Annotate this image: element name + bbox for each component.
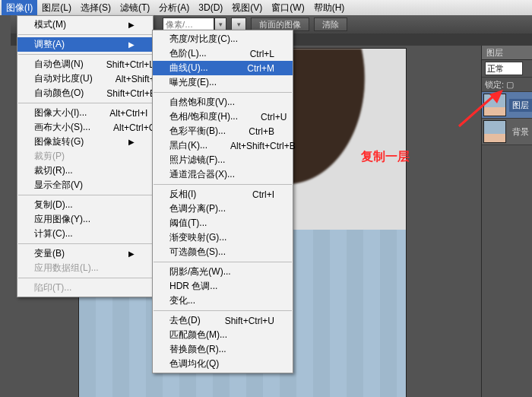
menu-item[interactable]: 色阶(L)...Ctrl+L	[153, 46, 293, 61]
menu-item[interactable]: 自动颜色(O)Shift+Ctrl+B	[17, 86, 153, 100]
menu-item: 应用数据组(L)...	[17, 261, 153, 275]
layer-row[interactable]: 图层	[482, 92, 532, 119]
menu-item[interactable]: 自然饱和度(V)...	[153, 95, 293, 110]
menu-item[interactable]: 图像大小(I)...Alt+Ctrl+I	[17, 106, 153, 120]
menu-item[interactable]: 匹配颜色(M)...	[153, 328, 293, 342]
menu-item[interactable]: 通道混合器(X)...	[153, 167, 293, 182]
menu-item[interactable]: 显示全部(V)	[17, 178, 153, 192]
menu-item[interactable]: 色彩平衡(B)...Ctrl+B	[153, 124, 293, 138]
menu-item[interactable]: 照片滤镜(F)...	[153, 153, 293, 167]
menu-select[interactable]: 选择(S)	[76, 0, 116, 16]
menu-item[interactable]: 调整(A)▶	[17, 37, 153, 52]
menu-item[interactable]: 渐变映射(G)...	[153, 230, 293, 245]
menu-item[interactable]: 去色(D)Shift+Ctrl+U	[153, 313, 293, 328]
adjustments-submenu: 亮度/对比度(C)...色阶(L)...Ctrl+L曲线(U)...Ctrl+M…	[152, 30, 293, 373]
menu-item[interactable]: 反相(I)Ctrl+I	[153, 187, 293, 202]
layer-name: 图层	[509, 99, 532, 112]
menu-item[interactable]: HDR 色调...	[153, 279, 293, 294]
layer-name: 背景	[509, 125, 532, 138]
lock-row: 锁定: ▢	[482, 78, 532, 92]
menu-item[interactable]: 色相/饱和度(H)...Ctrl+U	[153, 110, 293, 124]
menu-item[interactable]: 变量(B)▶	[17, 246, 153, 261]
menu-item[interactable]: 色调分离(P)...	[153, 202, 293, 216]
menu-item[interactable]: 变化...	[153, 294, 293, 308]
menu-analysis[interactable]: 分析(A)	[154, 0, 194, 16]
menu-layer[interactable]: 图层(L)	[37, 0, 76, 16]
menu-filter[interactable]: 滤镜(T)	[116, 0, 154, 16]
menu-item[interactable]: 模式(M)▶	[17, 17, 153, 32]
menu-item[interactable]: 画布大小(S)...Alt+Ctrl+C	[17, 120, 153, 135]
menu-help[interactable]: 帮助(H)	[309, 0, 350, 16]
menu-item[interactable]: 阈值(T)...	[153, 216, 293, 230]
blend-mode-row: 正常	[482, 60, 532, 78]
menu-item[interactable]: 曲线(U)...Ctrl+M	[153, 61, 293, 75]
annotation-text: 复制一层	[361, 149, 410, 165]
menu-item[interactable]: 曝光度(E)...	[153, 75, 293, 90]
menu-item[interactable]: 自动色调(N)Shift+Ctrl+L	[17, 57, 153, 71]
menu-3d[interactable]: 3D(D)	[194, 1, 227, 14]
menu-item[interactable]: 图像旋转(G)▶	[17, 135, 153, 149]
menu-item[interactable]: 应用图像(Y)...	[17, 212, 153, 227]
menu-item[interactable]: 裁切(R)...	[17, 164, 153, 178]
menu-item[interactable]: 黑白(K)...Alt+Shift+Ctrl+B	[153, 138, 293, 153]
main-menubar: 图像(I) 图层(L) 选择(S) 滤镜(T) 分析(A) 3D(D) 视图(V…	[0, 0, 532, 16]
left-docked-bar	[0, 15, 11, 397]
layer-thumb-icon	[483, 120, 506, 143]
menu-item: 陷印(T)...	[17, 281, 153, 295]
image-menu-dropdown: 模式(M)▶调整(A)▶自动色调(N)Shift+Ctrl+L自动对比度(U)A…	[17, 15, 154, 297]
menu-item[interactable]: 计算(C)...	[17, 227, 153, 241]
menu-item: 裁剪(P)	[17, 149, 153, 164]
menu-view[interactable]: 视图(V)	[227, 0, 267, 16]
clear-button[interactable]: 清除	[314, 17, 347, 31]
menu-item[interactable]: 可选颜色(S)...	[153, 245, 293, 259]
layers-panel: 图层 正常 锁定: ▢ 图层 背景	[481, 46, 532, 397]
menu-item[interactable]: 阴影/高光(W)...	[153, 265, 293, 279]
menu-image[interactable]: 图像(I)	[2, 0, 37, 16]
layers-tab[interactable]: 图层	[482, 46, 532, 60]
menu-window[interactable]: 窗口(W)	[267, 0, 309, 16]
menu-item[interactable]: 亮度/对比度(C)...	[153, 32, 293, 46]
menu-item[interactable]: 色调均化(Q)	[153, 357, 293, 371]
menu-item[interactable]: 替换颜色(R)...	[153, 342, 293, 357]
blend-mode-select[interactable]: 正常	[485, 62, 523, 75]
menu-item[interactable]: 复制(D)...	[17, 198, 153, 212]
layer-thumb-icon	[483, 94, 506, 116]
menu-item[interactable]: 自动对比度(U)Alt+Shift+Ctrl+L	[17, 71, 153, 86]
layer-row[interactable]: 背景	[482, 119, 532, 145]
